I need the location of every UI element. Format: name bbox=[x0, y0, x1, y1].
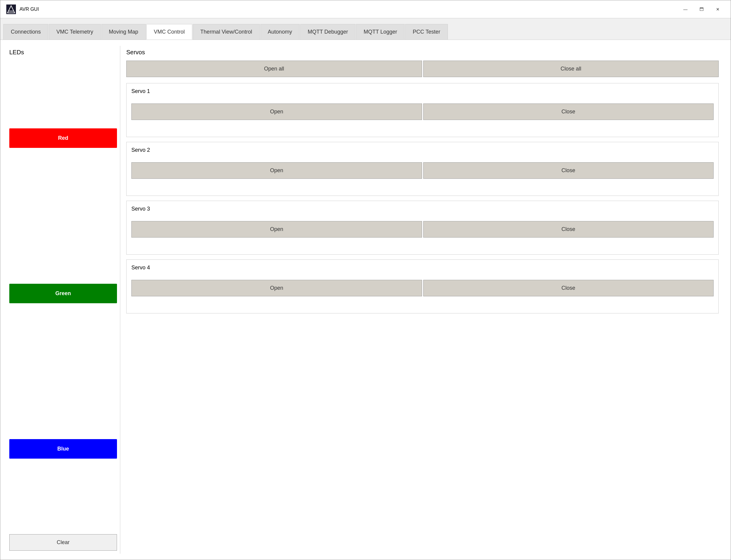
tab-thermal-view[interactable]: Thermal View/Control bbox=[193, 24, 260, 40]
green-led-button[interactable]: Green bbox=[9, 284, 117, 303]
servo-1-buttons: Open Close bbox=[131, 103, 714, 120]
clear-button-container: Clear bbox=[9, 528, 117, 551]
tab-mqtt-logger[interactable]: MQTT Logger bbox=[356, 24, 405, 40]
title-bar-left: AVR GUI bbox=[6, 4, 39, 14]
servo-2-close-button[interactable]: Close bbox=[423, 162, 714, 179]
minimize-button[interactable]: — bbox=[679, 4, 692, 15]
servo-1-open-button[interactable]: Open bbox=[131, 103, 422, 120]
led-panel-title: LEDs bbox=[9, 49, 117, 56]
app-window: AVR GUI — 🗖 ✕ Connections VMC Telemetry … bbox=[0, 0, 731, 560]
servo-4-close-button[interactable]: Close bbox=[423, 280, 714, 296]
servos-title: Servos bbox=[126, 49, 719, 56]
servo-1-close-button[interactable]: Close bbox=[423, 103, 714, 120]
servo-global-controls: Open all Close all bbox=[126, 61, 719, 77]
servo-2-group: Servo 2 Open Close bbox=[126, 142, 719, 196]
window-title: AVR GUI bbox=[19, 7, 39, 12]
servo-3-close-button[interactable]: Close bbox=[423, 221, 714, 238]
servo-4-group: Servo 4 Open Close bbox=[126, 259, 719, 313]
servo-3-group: Servo 3 Open Close bbox=[126, 201, 719, 255]
clear-button[interactable]: Clear bbox=[9, 534, 117, 551]
tab-connections[interactable]: Connections bbox=[3, 24, 48, 40]
app-icon bbox=[6, 4, 16, 14]
blue-led-button[interactable]: Blue bbox=[9, 439, 117, 459]
servo-4-buttons: Open Close bbox=[131, 280, 714, 296]
tab-autonomy[interactable]: Autonomy bbox=[260, 24, 300, 40]
servo-2-label: Servo 2 bbox=[131, 147, 714, 153]
servo-panel: Servos Open all Close all Servo 1 Open C… bbox=[120, 46, 725, 554]
servo-1-spacer bbox=[131, 126, 714, 132]
tab-vmc-control[interactable]: VMC Control bbox=[146, 24, 192, 40]
servo-1-label: Servo 1 bbox=[131, 88, 714, 94]
tab-vmc-telemetry[interactable]: VMC Telemetry bbox=[49, 24, 101, 40]
tab-pcc-tester[interactable]: PCC Tester bbox=[405, 24, 448, 40]
servo-3-label: Servo 3 bbox=[131, 206, 714, 212]
servo-4-spacer bbox=[131, 302, 714, 308]
content-area: LEDs Red Green Blue Clear Servos Open al… bbox=[0, 40, 731, 560]
servo-2-buttons: Open Close bbox=[131, 162, 714, 179]
servo-1-group: Servo 1 Open Close bbox=[126, 83, 719, 137]
maximize-button[interactable]: 🗖 bbox=[695, 4, 709, 15]
close-all-button[interactable]: Close all bbox=[423, 61, 719, 77]
open-all-button[interactable]: Open all bbox=[126, 61, 422, 77]
servo-4-label: Servo 4 bbox=[131, 265, 714, 271]
close-button[interactable]: ✕ bbox=[711, 4, 725, 15]
servo-3-spacer bbox=[131, 244, 714, 250]
servo-4-open-button[interactable]: Open bbox=[131, 280, 422, 296]
servo-2-spacer bbox=[131, 185, 714, 191]
tab-bar: Connections VMC Telemetry Moving Map VMC… bbox=[0, 18, 731, 40]
title-bar: AVR GUI — 🗖 ✕ bbox=[0, 0, 731, 18]
red-led-button[interactable]: Red bbox=[9, 128, 117, 148]
servo-3-open-button[interactable]: Open bbox=[131, 221, 422, 238]
tab-moving-map[interactable]: Moving Map bbox=[101, 24, 146, 40]
servo-3-buttons: Open Close bbox=[131, 221, 714, 238]
servo-2-open-button[interactable]: Open bbox=[131, 162, 422, 179]
led-panel: LEDs Red Green Blue Clear bbox=[6, 46, 120, 554]
tab-mqtt-debugger[interactable]: MQTT Debugger bbox=[300, 24, 356, 40]
led-section: Red Green Blue bbox=[9, 62, 117, 528]
window-controls: — 🗖 ✕ bbox=[679, 4, 725, 15]
